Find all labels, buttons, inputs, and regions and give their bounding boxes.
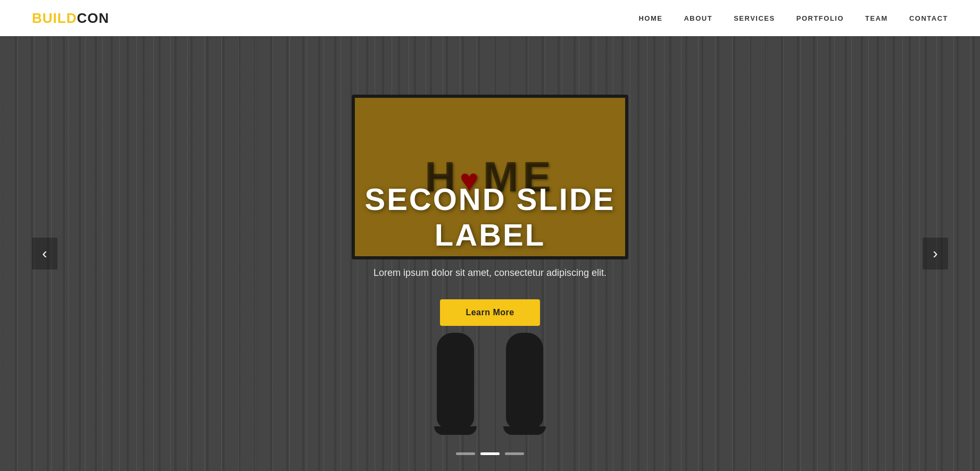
carousel-prev-button[interactable]: ‹ <box>32 238 57 270</box>
brand-highlight: BUILD <box>32 10 77 26</box>
slide-content: SECOND SLIDE LABEL Lorem ipsum dolor sit… <box>330 160 650 348</box>
slide-title: SECOND SLIDE LABEL <box>352 181 628 253</box>
nav-link-portfolio[interactable]: PORTFOLIO <box>796 14 844 22</box>
indicator-2[interactable] <box>480 452 500 455</box>
nav-item-team: TEAM <box>865 13 888 23</box>
nav-links: HOMEABOUTSERVICESPORTFOLIOTEAMCONTACT <box>638 13 948 23</box>
carousel-next-button[interactable]: › <box>923 238 948 270</box>
nav-item-portfolio: PORTFOLIO <box>796 13 844 23</box>
nav-item-about: ABOUT <box>684 13 712 23</box>
carousel-indicators <box>456 452 524 455</box>
nav-link-services[interactable]: SERVICES <box>734 14 775 22</box>
brand-logo[interactable]: BUILDCON <box>32 10 109 27</box>
brand-rest: CON <box>77 10 109 26</box>
hero-slider: H♥ME SECOND SLIDE LABEL Lorem ipsum dolo… <box>0 36 980 471</box>
nav-link-contact[interactable]: CONTACT <box>909 14 948 22</box>
indicator-1[interactable] <box>456 452 475 455</box>
slide-description: Lorem ipsum dolor sit amet, consectetur … <box>352 265 628 281</box>
nav-link-team[interactable]: TEAM <box>865 14 888 22</box>
indicator-3[interactable] <box>505 452 524 455</box>
slide-background: H♥ME SECOND SLIDE LABEL Lorem ipsum dolo… <box>0 36 980 471</box>
learn-more-button[interactable]: Learn More <box>440 299 539 326</box>
navbar: BUILDCON HOMEABOUTSERVICESPORTFOLIOTEAMC… <box>0 0 980 36</box>
nav-link-about[interactable]: ABOUT <box>684 14 712 22</box>
nav-item-services: SERVICES <box>734 13 775 23</box>
nav-link-home[interactable]: HOME <box>638 14 662 22</box>
nav-item-contact: CONTACT <box>909 13 948 23</box>
nav-item-home: HOME <box>638 13 662 23</box>
